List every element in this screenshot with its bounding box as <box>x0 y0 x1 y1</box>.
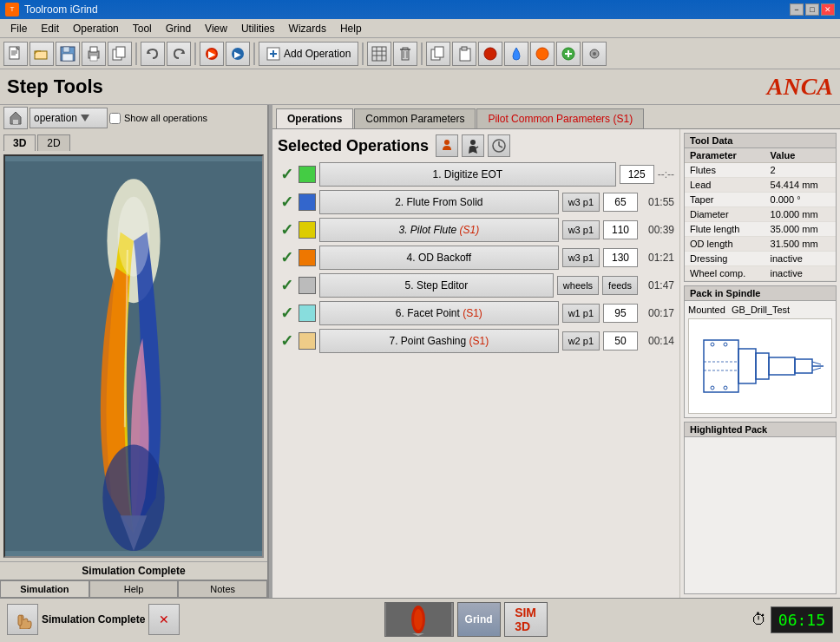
highlighted-pack-section: Highlighted Pack <box>684 422 837 594</box>
table-row: ✓ 1. Digitize EOT 125 --:-- <box>278 162 674 187</box>
param-name: Flute length <box>685 222 765 237</box>
svg-rect-8 <box>62 54 73 61</box>
new-button[interactable] <box>3 42 28 66</box>
svg-point-70 <box>711 343 714 346</box>
table-row: Dressinginactive <box>685 252 836 266</box>
op-time-1: --:-- <box>658 168 674 180</box>
tab-pilot-common[interactable]: Pilot Common Parameters (S1) <box>476 108 644 128</box>
sim-home-button[interactable] <box>3 107 28 129</box>
svg-rect-7 <box>63 47 69 52</box>
op-time-2: 01:55 <box>641 196 674 208</box>
tab-common-params[interactable]: Common Parameters <box>354 108 476 128</box>
menu-grind[interactable]: Grind <box>159 21 198 36</box>
tab-3d[interactable]: 3D <box>3 134 36 151</box>
add-green-button[interactable] <box>556 42 581 66</box>
orange-circle-button[interactable] <box>530 42 555 66</box>
op-button-7[interactable]: 7. Point Gashing (S1) <box>319 329 559 353</box>
toolbar-separator-1 <box>135 43 137 65</box>
op-button-1[interactable]: 1. Digitize EOT <box>319 162 616 187</box>
ops-title-icons <box>436 134 510 157</box>
svg-point-38 <box>484 48 496 60</box>
tab-2d[interactable]: 2D <box>37 134 69 151</box>
op-tag-2: w3 p1 <box>562 193 600 212</box>
op-check-3: ✓ <box>278 220 295 239</box>
svg-rect-29 <box>402 49 409 60</box>
stop-button[interactable]: ✕ <box>148 604 180 635</box>
svg-point-73 <box>724 386 727 390</box>
table-row: Wheel comp.inactive <box>685 266 836 281</box>
show-all-checkbox[interactable] <box>109 113 121 124</box>
redo-button[interactable] <box>167 42 191 66</box>
mounted-label: Mounted GB_Drill_Test <box>688 305 832 315</box>
op-button-6[interactable]: 6. Facet Point (S1) <box>319 301 559 325</box>
hand-button[interactable] <box>7 604 38 635</box>
ops-icon-person[interactable] <box>436 134 458 157</box>
ops-icon-clock[interactable] <box>488 134 510 157</box>
op-button-5[interactable]: 5. Step Editor <box>319 273 554 298</box>
ops-title-text: Selected Operations <box>278 137 429 155</box>
content-tabs: Operations Common Parameters Pilot Commo… <box>272 105 840 129</box>
run-green-button[interactable]: ▶ <box>226 42 250 66</box>
table-button[interactable] <box>367 42 391 66</box>
run-red-button[interactable]: ▶ <box>200 42 224 66</box>
print-button[interactable] <box>82 42 106 66</box>
table-row: Flute length35.000 mm <box>685 222 836 237</box>
menu-file[interactable]: File <box>3 21 34 36</box>
add-operation-label: Add Operation <box>284 48 351 60</box>
undo-button[interactable] <box>141 42 165 66</box>
op-tag-5a: wheels <box>557 276 599 295</box>
op-value-2: 65 <box>603 193 638 212</box>
copy2-button[interactable] <box>426 42 450 66</box>
svg-rect-74 <box>18 615 22 626</box>
window-controls: − □ ✕ <box>790 3 835 16</box>
op-tag-4: w3 p1 <box>562 248 600 267</box>
show-all-label: Show all operations <box>124 113 207 123</box>
menu-wizards[interactable]: Wizards <box>282 21 333 36</box>
sim-tab-help[interactable]: Help <box>89 580 179 598</box>
menu-tool[interactable]: Tool <box>126 21 159 36</box>
open-button[interactable] <box>30 42 54 66</box>
menu-help[interactable]: Help <box>333 21 369 36</box>
close-button[interactable]: ✕ <box>821 3 835 16</box>
op-tag-6: w1 p1 <box>562 304 600 323</box>
op-value-6: 95 <box>603 304 638 323</box>
sim3d-button[interactable]: SIM3D <box>504 602 548 637</box>
menu-operation[interactable]: Operation <box>66 21 126 36</box>
minimize-button[interactable]: − <box>790 3 804 16</box>
param-name: Diameter <box>685 207 765 222</box>
svg-rect-10 <box>90 47 97 52</box>
grind-button[interactable]: Grind <box>457 602 501 637</box>
page-title: Step Tools <box>7 75 103 98</box>
pack-in-spindle-section: Pack in Spindle Mounted GB_Drill_Test <box>684 285 837 418</box>
menu-utilities[interactable]: Utilities <box>234 21 282 36</box>
op-tag-7: w2 p1 <box>562 331 600 350</box>
operation-dropdown-label: operation <box>34 112 77 124</box>
red-circle-button[interactable] <box>478 42 502 66</box>
op-time-6: 00:17 <box>641 307 674 319</box>
param-value: 2 <box>765 163 836 178</box>
tab-operations[interactable]: Operations <box>276 108 353 128</box>
param-value: 0.000 ° <box>765 193 836 207</box>
bottom-left: Simulation Complete ✕ <box>7 604 180 635</box>
settings-button[interactable] <box>582 42 607 66</box>
table-row: ✓ 2. Flute From Solid w3 p1 65 01:55 <box>278 190 674 214</box>
op-button-4[interactable]: 4. OD Backoff <box>319 246 559 270</box>
operation-dropdown[interactable]: operation <box>30 108 108 128</box>
paste2-button[interactable] <box>452 42 476 66</box>
save-button[interactable] <box>56 42 80 66</box>
copy-button[interactable] <box>108 42 132 66</box>
drop-button[interactable] <box>504 42 528 66</box>
maximize-button[interactable]: □ <box>805 3 819 16</box>
table-row: ✓ 4. OD Backoff w3 p1 130 01:21 <box>278 246 674 270</box>
menu-view[interactable]: View <box>198 21 234 36</box>
param-name: Lead <box>685 178 765 193</box>
sim-tab-simulation[interactable]: Simulation <box>0 580 89 598</box>
menu-edit[interactable]: Edit <box>34 21 66 36</box>
ops-icon-run[interactable] <box>462 134 484 157</box>
op-button-3[interactable]: 3. Pilot Flute (S1) <box>319 218 559 242</box>
op-button-2[interactable]: 2. Flute From Solid <box>319 190 559 214</box>
add-operation-button[interactable]: Add Operation <box>259 42 358 66</box>
sim-tab-notes[interactable]: Notes <box>178 580 267 598</box>
delete-button[interactable] <box>393 42 417 66</box>
show-all-checkbox-group: Show all operations <box>109 113 207 124</box>
